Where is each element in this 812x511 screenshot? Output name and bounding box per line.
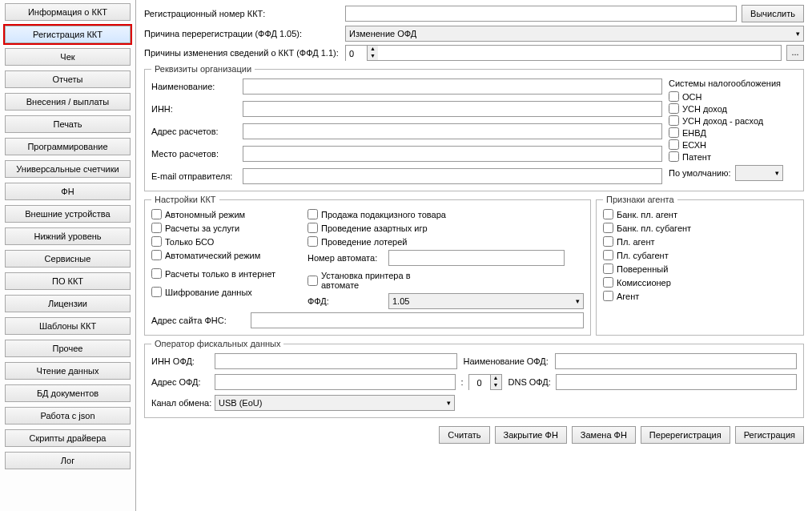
ofd-dns-label: DNS ОФД: <box>509 377 553 387</box>
sidebar-item-registration-kkt[interactable]: Регистрация ККТ <box>5 26 131 43</box>
org-place-label: Место расчетов: <box>151 149 238 159</box>
chk-excise[interactable]: Продажа подакцизного товара <box>308 209 584 219</box>
sidebar-item-licenses[interactable]: Лицензии <box>5 295 131 312</box>
agent-legend: Признаки агента <box>603 195 677 204</box>
ofd-port-input[interactable] <box>469 375 490 391</box>
ofd-channel-combo[interactable]: USB (EoU) <box>215 395 455 411</box>
read-button[interactable]: Считать <box>439 426 489 444</box>
machine-num-input[interactable] <box>388 250 565 266</box>
sidebar: Информация о ККТ Регистрация ККТ Чек Отч… <box>0 0 136 511</box>
tax-usn-income-expense[interactable]: УСН доход - расход <box>669 115 797 126</box>
reasons-label: Причины изменения сведений о ККТ (ФФД 1.… <box>144 48 340 58</box>
ofd-dns-input[interactable] <box>556 374 797 390</box>
close-fn-button[interactable]: Закрытие ФН <box>495 426 567 444</box>
main-panel: Регистрационный номер ККТ: Вычислить При… <box>136 0 812 511</box>
reasons-spin-input[interactable] <box>346 46 367 62</box>
org-name-input[interactable] <box>243 78 662 95</box>
ofd-inn-label: ИНН ОФД: <box>151 356 211 366</box>
chk-encrypt[interactable]: Шифрование данных <box>151 287 283 297</box>
chk-lottery[interactable]: Проведение лотерей <box>308 236 584 247</box>
chk-internet-only[interactable]: Расчеты только в интернет <box>151 268 283 279</box>
sidebar-item-ext-devices[interactable]: Внешние устройства <box>5 205 131 223</box>
tax-title: Системы налогообложения <box>669 78 797 88</box>
sidebar-item-read-data[interactable]: Чтение данных <box>5 362 131 380</box>
org-addr-label: Адрес расчетов: <box>151 127 238 136</box>
sidebar-item-templates[interactable]: Шаблоны ККТ <box>5 317 131 335</box>
calc-button[interactable]: Вычислить <box>742 5 804 22</box>
ofd-name-label: Наименование ОФД: <box>464 356 552 366</box>
sidebar-item-db-docs[interactable]: БД документов <box>5 384 131 402</box>
ofd-name-input[interactable] <box>555 353 798 369</box>
ofd-addr-label: Адрес ОФД: <box>151 377 211 387</box>
ofd-legend: Оператор фискальных данных <box>151 339 283 348</box>
org-place-input[interactable] <box>243 146 662 162</box>
ofd-inn-input[interactable] <box>215 353 457 369</box>
sidebar-item-log[interactable]: Лог <box>5 452 131 469</box>
sidebar-item-print[interactable]: Печать <box>5 115 131 133</box>
chk-bso[interactable]: Только БСО <box>151 236 283 247</box>
tax-osn[interactable]: ОСН <box>669 91 797 102</box>
replace-fn-button[interactable]: Замена ФН <box>572 426 636 444</box>
reg-button[interactable]: Регистрация <box>735 426 804 444</box>
tax-eshn[interactable]: ЕСХН <box>669 139 797 150</box>
fns-input[interactable] <box>251 312 584 328</box>
sidebar-item-json[interactable]: Работа с json <box>5 407 131 424</box>
sidebar-item-po-kkt[interactable]: ПО ККТ <box>5 272 131 290</box>
ffd-label: ФФД: <box>308 296 384 306</box>
tax-usn-income[interactable]: УСН доход <box>669 103 797 114</box>
org-inn-input[interactable] <box>243 101 662 117</box>
machine-num-label: Номер автомата: <box>308 253 384 263</box>
kkt-settings-fieldset: Настройки ККТ Автономный режим Расчеты з… <box>144 195 591 336</box>
tax-patent[interactable]: Патент <box>669 151 797 162</box>
chk-auto-mode[interactable]: Автоматический режим <box>151 250 283 260</box>
reasons-more-button[interactable]: ... <box>786 45 804 61</box>
agent-commissioner[interactable]: Комиссионер <box>603 277 797 288</box>
chk-services[interactable]: Расчеты за услуги <box>151 223 283 233</box>
sidebar-item-check[interactable]: Чек <box>5 48 131 66</box>
sidebar-item-counters[interactable]: Универсальные счетчики <box>5 160 131 178</box>
org-addr-input[interactable] <box>243 123 662 139</box>
agent-pay-agent[interactable]: Пл. агент <box>603 236 797 247</box>
kkt-settings-legend: Настройки ККТ <box>151 195 219 204</box>
ofd-addr-input[interactable] <box>215 374 456 390</box>
org-email-label: E-mail отправителя: <box>151 171 238 181</box>
sidebar-item-programming[interactable]: Программирование <box>5 138 131 155</box>
agent-agent[interactable]: Агент <box>603 291 797 301</box>
ofd-channel-label: Канал обмена: <box>151 398 211 408</box>
sidebar-item-service[interactable]: Сервисные <box>5 250 131 268</box>
agent-fieldset: Признаки агента Банк. пл. агент Банк. пл… <box>596 195 804 336</box>
ofd-fieldset: Оператор фискальных данных ИНН ОФД: Наим… <box>144 339 804 418</box>
agent-bank-agent[interactable]: Банк. пл. агент <box>603 209 797 219</box>
reg-num-label: Регистрационный номер ККТ: <box>144 9 340 18</box>
tax-envd[interactable]: ЕНВД <box>669 127 797 138</box>
chk-printer-install[interactable]: Установка принтера в автомате <box>308 271 584 290</box>
org-fieldset: Реквизиты организации Наименование: ИНН:… <box>144 64 804 191</box>
rereg-reason-combo[interactable]: Изменение ОФД <box>345 26 804 42</box>
org-legend: Реквизиты организации <box>151 64 255 74</box>
rereg-button[interactable]: Перерегистрация <box>641 426 730 444</box>
ffd-combo[interactable]: 1.05 <box>388 293 584 309</box>
chk-autonomous[interactable]: Автономный режим <box>151 209 283 219</box>
tax-default-combo[interactable] <box>735 165 783 181</box>
agent-attorney[interactable]: Поверенный <box>603 264 797 274</box>
org-name-label: Наименование: <box>151 82 238 91</box>
rereg-reason-label: Причина перерегистрации (ФФД 1.05): <box>144 29 340 38</box>
reasons-spin-arrows[interactable]: ▲▼ <box>367 46 378 60</box>
reg-num-input[interactable] <box>345 6 737 22</box>
org-inn-label: ИНН: <box>151 104 238 114</box>
ofd-port-arrows[interactable]: ▲▼ <box>490 375 501 389</box>
agent-bank-subagent[interactable]: Банк. пл. субагент <box>603 223 797 233</box>
sidebar-item-low-level[interactable]: Нижний уровень <box>5 227 131 245</box>
rereg-reason-value: Изменение ОФД <box>349 29 416 38</box>
tax-default-label: По умолчанию: <box>669 168 730 178</box>
sidebar-item-scripts[interactable]: Скрипты драйвера <box>5 429 131 447</box>
agent-pay-subagent[interactable]: Пл. субагент <box>603 250 797 260</box>
org-email-input[interactable] <box>243 168 662 184</box>
fns-label: Адрес сайта ФНС: <box>151 316 247 325</box>
sidebar-item-other[interactable]: Прочее <box>5 340 131 357</box>
sidebar-item-fn[interactable]: ФН <box>5 183 131 200</box>
sidebar-item-reports[interactable]: Отчеты <box>5 70 131 88</box>
chk-gambling[interactable]: Проведение азартных игр <box>308 223 584 233</box>
sidebar-item-deposits[interactable]: Внесения / выплаты <box>5 93 131 111</box>
sidebar-item-info-kkt[interactable]: Информация о ККТ <box>5 3 131 21</box>
